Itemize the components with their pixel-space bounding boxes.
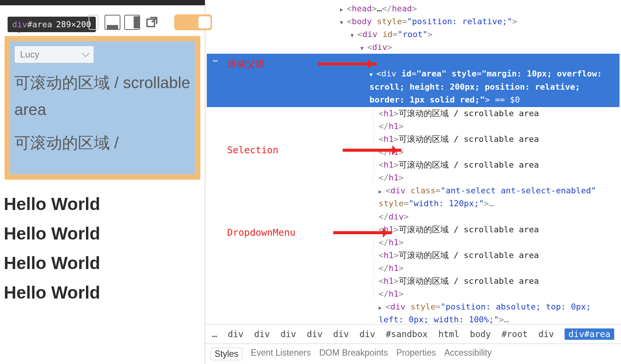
breadcrumb-item[interactable]: div (307, 329, 323, 339)
scrollable-heading-1: 可滚动的区域 / scrollable area (14, 69, 190, 123)
preview-pane: div#area 289×200 Lucy 可滚动的区域 / scrollabl… (0, 0, 205, 364)
breadcrumb[interactable]: … div div div div div div #sandbox html … (205, 324, 621, 344)
toolbar-spacer (89, 15, 98, 30)
breadcrumb-item[interactable]: #root (501, 329, 527, 339)
dom-node[interactable]: <div class="ant-select ant-select-enable… (207, 184, 619, 223)
dom-node[interactable]: <head>…</head> (207, 2, 619, 15)
inspected-area-highlight: Lucy 可滚动的区域 / scrollable area 可滚动的区域 / (5, 36, 200, 180)
breadcrumb-item[interactable]: div (538, 329, 554, 339)
devtools-toolbar (89, 14, 212, 30)
hello-heading: Hello World (4, 223, 100, 244)
devtools-pane: <head>…</head> <body style="position: re… (205, 0, 621, 364)
annotation-scroll-parent: 滚动父级 (227, 58, 377, 70)
dom-node[interactable]: <h1>可滚动的区域 / scrollable area</h1> (207, 275, 619, 300)
chevron-down-icon (82, 50, 89, 57)
panel-tabs: Styles Event Listeners DOM Breakpoints P… (205, 344, 621, 364)
select-dropdown[interactable]: Lucy (14, 46, 94, 63)
dom-node[interactable]: <div> (207, 41, 619, 54)
dom-node[interactable]: <h1>可滚动的区域 / scrollable area</h1> (207, 107, 619, 133)
dock-right-icon[interactable] (124, 15, 140, 30)
breadcrumb-item[interactable]: html (438, 329, 459, 339)
hello-heading: Hello World (4, 253, 100, 273)
breadcrumb-item-selected[interactable]: div#area (565, 328, 614, 340)
elements-tree[interactable]: <head>…</head> <body style="position: re… (205, 0, 621, 324)
inspected-area-inner: Lucy 可滚动的区域 / scrollable area 可滚动的区域 / (10, 41, 195, 174)
annotation-selection: Selection (227, 145, 401, 156)
tab-styles[interactable]: Styles (211, 348, 243, 360)
breadcrumb-item[interactable]: div (281, 329, 296, 339)
hello-heading: Hello World (4, 282, 100, 303)
breadcrumb-item[interactable]: body (470, 329, 491, 339)
tooltip-id: #area (27, 20, 52, 29)
tab-dom-breakpoints[interactable]: DOM Breakpoints (319, 348, 388, 360)
breadcrumb-item[interactable]: … (212, 329, 217, 339)
dom-node[interactable]: <body style="position: relative;"> (207, 15, 619, 28)
breadcrumb-item[interactable]: div (333, 329, 349, 339)
tab-event-listeners[interactable]: Event Listeners (251, 348, 311, 360)
dom-node[interactable]: <div id="root"> (207, 28, 619, 41)
tab-accessibility[interactable]: Accessibility (444, 348, 491, 360)
select-value: Lucy (20, 49, 39, 60)
breadcrumb-item[interactable]: div (254, 329, 270, 339)
annotation-dropdown: DropdownMenu (227, 227, 392, 238)
tooltip-tag: div (12, 20, 27, 29)
scrollable-heading-2: 可滚动的区域 / (14, 129, 190, 156)
dom-node[interactable]: <h1>可滚动的区域 / scrollable area</h1> (207, 159, 619, 184)
titlebar-strip (0, 0, 205, 5)
hello-heading: Hello World (4, 194, 100, 214)
breadcrumb-item[interactable]: div (228, 329, 244, 339)
hello-list: Hello World Hello World Hello World Hell… (4, 185, 100, 312)
tab-properties[interactable]: Properties (396, 348, 436, 360)
dock-bottom-icon[interactable] (105, 15, 120, 30)
element-tooltip: div#area 289×200 (8, 17, 96, 32)
breadcrumb-item[interactable]: div (359, 329, 375, 339)
popout-icon[interactable] (144, 15, 160, 30)
breadcrumb-item[interactable]: #sandbox (386, 329, 428, 339)
tooltip-dimensions: 289×200 (56, 20, 91, 29)
dom-node[interactable]: <div style="position: absolute; top: 0px… (207, 300, 619, 324)
dom-node[interactable]: <h1>可滚动的区域 / scrollable area</h1> (207, 249, 619, 275)
